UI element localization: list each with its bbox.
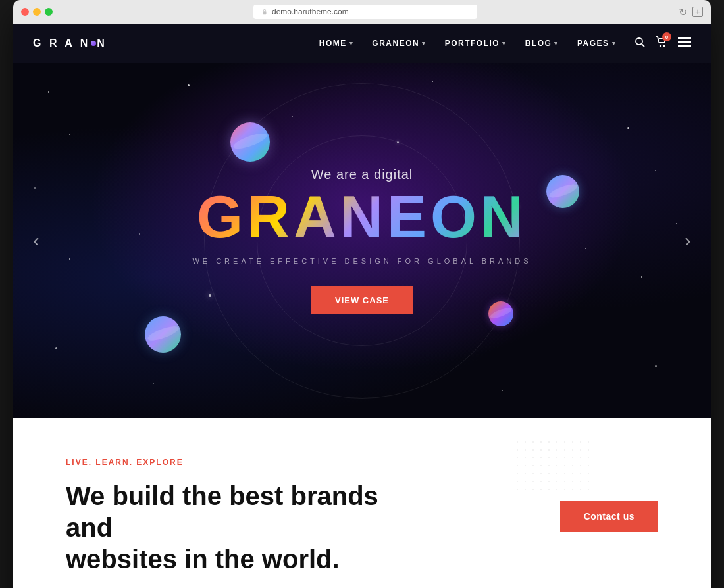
logo-text-end: N <box>97 37 107 49</box>
browser-actions: ↻ + <box>678 7 703 17</box>
chevron-down-icon: ▾ <box>612 40 617 47</box>
hero-tagline: WE CREATE EFFECTIVE DESIGN FOR GLOBAL BR… <box>192 257 531 265</box>
svg-rect-0 <box>263 11 267 14</box>
svg-line-2 <box>642 44 644 47</box>
chevron-down-icon: ▾ <box>502 40 507 47</box>
planet-bottom-left <box>145 316 181 353</box>
refresh-icon[interactable]: ↻ <box>678 7 687 16</box>
traffic-lights <box>21 8 53 16</box>
nav-icons: 0 <box>634 36 691 51</box>
site-logo[interactable]: G R A N N <box>33 37 107 49</box>
chevron-down-icon: ▾ <box>349 40 354 47</box>
dot-pattern-decoration <box>513 438 592 491</box>
website-content: G R A N N HOME ▾ GRANEON ▾ PORTFOLIO ▾ <box>13 24 711 588</box>
new-tab-button[interactable]: + <box>692 7 703 17</box>
cart-button[interactable]: 0 <box>656 36 667 51</box>
hero-content: We are a digital GRANEON WE CREATE EFFEC… <box>192 167 531 314</box>
main-heading: We build the best brands and websites in… <box>66 480 395 575</box>
browser-window: demo.harutheme.com ↻ + G R A N N HOME ▾ … <box>13 0 711 588</box>
slider-prev-button[interactable]: ‹ <box>23 228 49 254</box>
close-button[interactable] <box>21 8 29 16</box>
navbar: G R A N N HOME ▾ GRANEON ▾ PORTFOLIO ▾ <box>13 24 711 63</box>
search-button[interactable] <box>634 37 645 50</box>
svg-point-4 <box>663 45 665 47</box>
planet-right <box>546 175 579 208</box>
nav-item-home[interactable]: HOME ▾ <box>319 39 354 48</box>
below-hero-section: LIVE. LEARN. EXPLORE We build the best b… <box>13 418 711 588</box>
address-bar: demo.harutheme.com <box>58 5 673 19</box>
url-text: demo.harutheme.com <box>272 7 349 16</box>
chevron-down-icon: ▾ <box>422 40 427 47</box>
chevron-down-icon: ▾ <box>554 40 559 47</box>
cart-badge: 0 <box>662 32 671 41</box>
nav-item-portfolio[interactable]: PORTFOLIO ▾ <box>445 39 507 48</box>
url-input[interactable]: demo.harutheme.com <box>253 5 477 19</box>
planet-top <box>230 122 270 162</box>
hero-section: ‹ › We are a digital GRANEON WE CREATE E… <box>13 63 711 418</box>
svg-point-3 <box>660 45 661 47</box>
contact-us-button[interactable]: Contact us <box>560 501 658 532</box>
svg-point-1 <box>636 38 642 45</box>
hamburger-menu-button[interactable] <box>678 37 691 50</box>
slider-next-button[interactable]: › <box>675 228 701 254</box>
nav-item-pages[interactable]: PAGES ▾ <box>577 39 616 48</box>
logo-text: G R A N <box>33 37 90 49</box>
minimize-button[interactable] <box>33 8 41 16</box>
maximize-button[interactable] <box>45 8 53 16</box>
nav-item-graneon[interactable]: GRANEON ▾ <box>372 39 426 48</box>
hero-subtitle: We are a digital <box>192 167 531 182</box>
hero-title: GRANEON <box>192 187 531 247</box>
nav-menu: HOME ▾ GRANEON ▾ PORTFOLIO ▾ BLOG ▾ PAGE… <box>319 39 616 48</box>
browser-chrome: demo.harutheme.com ↻ + <box>13 0 711 24</box>
logo-dot-icon <box>91 41 96 46</box>
nav-item-blog[interactable]: BLOG ▾ <box>525 39 559 48</box>
view-case-button[interactable]: View case <box>311 286 413 314</box>
